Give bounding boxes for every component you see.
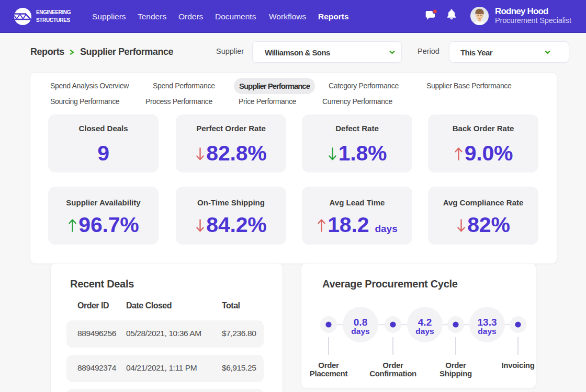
svg-text:13.3: 13.3 (478, 317, 497, 328)
svg-text:days: days (415, 327, 434, 336)
svg-text:days: days (478, 327, 496, 336)
svg-text:4.2: 4.2 (418, 317, 432, 328)
svg-text:days: days (351, 327, 369, 336)
svg-text:0.8: 0.8 (354, 317, 367, 328)
